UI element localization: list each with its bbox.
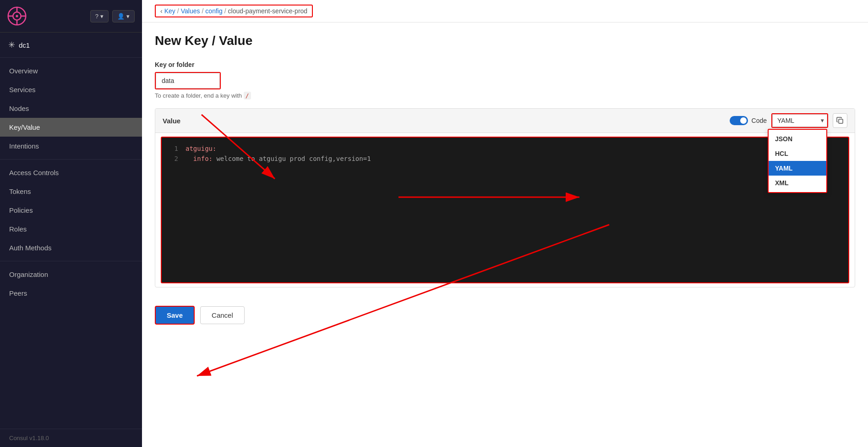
sidebar-header: ? ▾ 👤 ▾ — [0, 0, 142, 33]
toggle-area: Code — [730, 116, 767, 125]
nav-divider-2 — [0, 261, 142, 261]
page-title: New Key / Value — [155, 33, 855, 48]
sidebar-item-overview[interactable]: Overview — [0, 61, 142, 80]
help-button[interactable]: ? ▾ — [90, 10, 109, 22]
page-body: New Key / Value Key or folder To create … — [142, 22, 868, 447]
format-dropdown-container: YAML JSON HCL XML ▾ JSON HCL YAML — [771, 113, 828, 128]
consul-logo — [7, 6, 27, 26]
breadcrumb-bar: ‹ Key / Values / config / cloud-payment-… — [142, 0, 868, 22]
sidebar-item-nodes[interactable]: Nodes — [0, 99, 142, 118]
code-editor[interactable]: 1 atguigu: 2 info: welcome to atguigu pr… — [161, 137, 849, 283]
sidebar-footer: Consul v1.18.0 — [0, 429, 142, 447]
line-number-2: 2 — [171, 155, 178, 162]
key-field-label: Key or folder — [155, 61, 855, 68]
datacenter-label: ✳ dc1 — [0, 33, 142, 58]
save-button[interactable]: Save — [155, 306, 195, 325]
dropdown-item-json[interactable]: JSON — [769, 132, 826, 146]
breadcrumb-key[interactable]: Key — [164, 7, 175, 15]
sidebar-item-roles[interactable]: Roles — [0, 220, 142, 238]
value-section-header: Value Code YAML JSON HCL XML ▾ — [155, 109, 855, 133]
svg-rect-7 — [839, 119, 843, 123]
field-hint: To create a folder, end a key with / — [155, 92, 855, 99]
back-arrow-icon[interactable]: ‹ — [160, 7, 163, 15]
sidebar: ? ▾ 👤 ▾ ✳ dc1 Overview Services Nodes Ke… — [0, 0, 142, 447]
dropdown-item-hcl[interactable]: HCL — [769, 146, 826, 161]
sidebar-item-keyvalue[interactable]: Key/Value — [0, 118, 142, 137]
nav-divider-1 — [0, 159, 142, 160]
version-label: Consul v1.18.0 — [9, 435, 49, 441]
breadcrumb-values[interactable]: Values — [181, 7, 200, 15]
copy-button[interactable] — [833, 113, 847, 128]
sidebar-item-policies[interactable]: Policies — [0, 201, 142, 220]
dropdown-item-yaml[interactable]: YAML — [769, 161, 826, 176]
breadcrumb-service: cloud-payment-service-prod — [228, 7, 308, 15]
line-number-1: 1 — [171, 145, 178, 152]
svg-point-2 — [16, 15, 18, 17]
datacenter-name: dc1 — [19, 41, 30, 49]
format-select[interactable]: YAML JSON HCL XML — [772, 114, 827, 127]
key-input-wrapper — [155, 72, 221, 89]
breadcrumb-config[interactable]: config — [205, 7, 222, 15]
value-header-right: Code YAML JSON HCL XML ▾ JS — [730, 113, 847, 128]
breadcrumb-sep-2: / — [202, 7, 203, 15]
header-controls: ? ▾ 👤 ▾ — [90, 10, 135, 22]
datacenter-icon: ✳ — [8, 40, 15, 50]
format-dropdown-list: JSON HCL YAML XML — [768, 129, 827, 193]
key-input[interactable] — [156, 73, 220, 88]
actions-row: Save Cancel — [155, 298, 855, 332]
sidebar-item-access-controls[interactable]: Access Controls — [0, 163, 142, 182]
sidebar-item-intentions[interactable]: Intentions — [0, 137, 142, 155]
value-section: Value Code YAML JSON HCL XML ▾ — [155, 108, 855, 287]
sidebar-item-organization[interactable]: Organization — [0, 265, 142, 284]
code-line-1: 1 atguigu: — [171, 145, 839, 152]
dropdown-item-xml[interactable]: XML — [769, 176, 826, 190]
question-icon: ? — [95, 13, 98, 20]
toggle-label: Code — [752, 117, 767, 124]
breadcrumb: ‹ Key / Values / config / cloud-payment-… — [155, 5, 313, 17]
code-toggle[interactable] — [730, 116, 748, 125]
user-button[interactable]: 👤 ▾ — [112, 10, 135, 22]
breadcrumb-sep-3: / — [224, 7, 226, 15]
user-icon: 👤 — [117, 13, 125, 20]
line-content-1: atguigu: — [186, 145, 216, 152]
code-line-2: 2 info: welcome to atguigu prod config,v… — [171, 155, 839, 162]
sidebar-item-services[interactable]: Services — [0, 80, 142, 99]
main-nav: Overview Services Nodes Key/Value Intent… — [0, 58, 142, 306]
help-chevron-icon: ▾ — [100, 13, 104, 20]
sidebar-item-auth-methods[interactable]: Auth Methods — [0, 238, 142, 257]
line-content-2: info: welcome to atguigu prod config,ver… — [186, 155, 371, 162]
main-content: ‹ Key / Values / config / cloud-payment-… — [142, 0, 868, 447]
user-chevron-icon: ▾ — [126, 13, 130, 20]
value-label: Value — [163, 117, 180, 125]
sidebar-item-tokens[interactable]: Tokens — [0, 182, 142, 201]
cancel-button[interactable]: Cancel — [200, 306, 245, 324]
breadcrumb-sep-1: / — [177, 7, 179, 15]
sidebar-item-peers[interactable]: Peers — [0, 284, 142, 303]
